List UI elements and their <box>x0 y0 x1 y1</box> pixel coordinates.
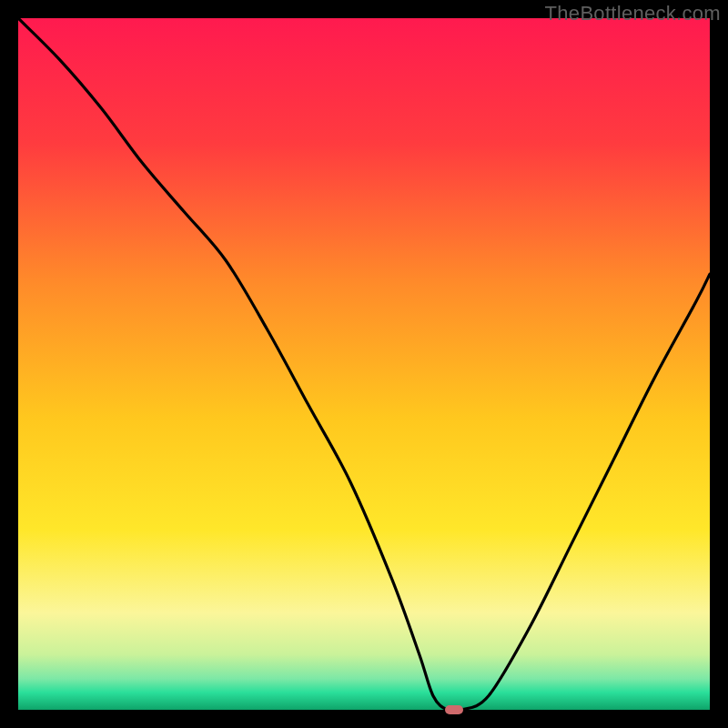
plot-area <box>18 18 710 710</box>
bottleneck-curve <box>18 18 710 710</box>
watermark-text: TheBottleneck.com <box>545 2 721 25</box>
chart-frame: TheBottleneck.com <box>0 0 728 728</box>
optimal-marker <box>445 705 463 714</box>
